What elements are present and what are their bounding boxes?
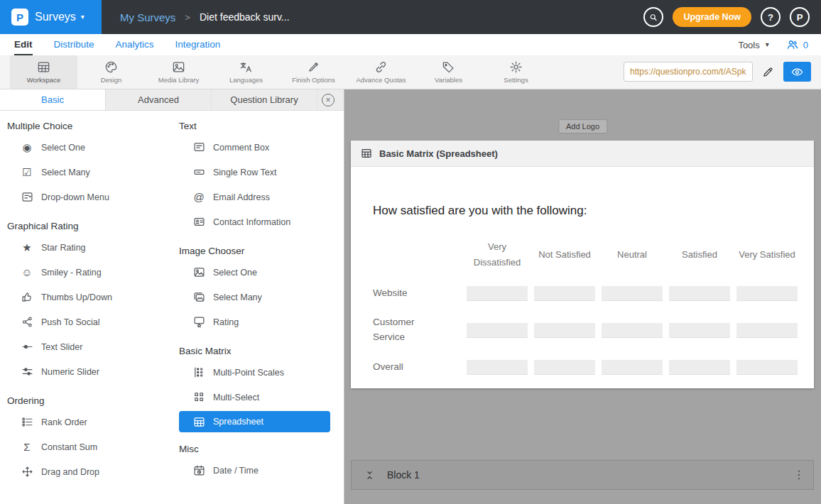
qtype-select-one[interactable]: ◉ Select One [7,135,179,160]
qtype-smiley-rating[interactable]: ☺ Smiley - Rating [7,260,179,285]
panel-tabs: Basic Advanced Question Library × [0,89,344,111]
toolbar-workspace[interactable]: Workspace [10,55,77,89]
dropdown-list-icon [20,190,34,204]
images-stack-icon [192,290,206,305]
matrix-cell[interactable] [669,323,730,338]
matrix-cell[interactable] [736,323,798,338]
upgrade-now-button[interactable]: Upgrade Now [673,7,751,27]
close-panel-button[interactable]: × [322,94,335,106]
qtype-multi-select[interactable]: Multi-Select [179,385,337,410]
matrix-cell[interactable] [534,360,595,375]
qtype-email-address[interactable]: @ Email Address [179,185,337,209]
toolbar-media-library[interactable]: Media Library [145,55,212,89]
toolbar-advance-quotas[interactable]: Advance Quotas [347,55,415,89]
qtype-image-select-many[interactable]: Select Many [179,285,337,309]
panel-tab-basic[interactable]: Basic [0,89,106,110]
qtype-rank-order[interactable]: Rank Order [7,410,179,434]
qtype-numeric-slider[interactable]: Numeric Slider [7,359,179,384]
toolbar-right [624,62,811,82]
qtype-star-rating[interactable]: ★ Star Rating [7,235,179,260]
tab-distribute[interactable]: Distribute [54,34,94,55]
survey-canvas: Add Logo Basic Matrix (Spreadsheet) How … [344,89,821,504]
collaborators-button[interactable]: 0 [786,38,808,51]
toolbar-settings[interactable]: Settings [482,55,550,89]
matrix-cell[interactable] [736,286,798,301]
matrix-cell[interactable] [669,286,730,301]
qtype-dropdown-menu[interactable]: Drop-down Menu [7,185,179,209]
share-icon [20,315,34,329]
qtype-spreadsheet[interactable]: Spreadsheet [179,411,330,432]
section-text: Text [179,121,337,131]
question-card[interactable]: Basic Matrix (Spreadsheet) How satisfied… [351,141,814,388]
qtype-thumbs-up-down[interactable]: Thumbs Up/Down [7,285,179,309]
edit-toolbar: Workspace Design Media Library Languages… [0,55,821,89]
slider-icon [20,340,34,354]
collapse-icon [364,470,375,481]
breadcrumb-separator: > [185,12,190,23]
qtype-date-time[interactable]: Date / Time [179,458,337,483]
tab-analytics[interactable]: Analytics [116,34,154,55]
matrix-cell[interactable] [467,323,528,338]
collapse-block-button[interactable] [364,470,375,481]
calendar-icon [192,464,206,478]
block-bar[interactable]: Block 1 ⋮ [351,460,814,490]
qtype-contact-information[interactable]: Contact Information [179,209,337,234]
breadcrumb-my-surveys[interactable]: My Surveys [120,11,175,23]
product-switcher[interactable]: P Surveys ▾ [0,0,102,34]
add-logo-button[interactable]: Add Logo [558,119,607,133]
qtype-single-row-text[interactable]: Single Row Text [179,160,337,185]
qtype-text-slider[interactable]: Text Slider [7,334,179,359]
panel-tab-question-library[interactable]: Question Library [212,89,317,110]
matrix-cell[interactable] [602,323,663,338]
matrix-cell[interactable] [467,360,528,375]
question-card-header[interactable]: Basic Matrix (Spreadsheet) [351,141,814,167]
edit-url-button[interactable] [762,66,774,78]
toolbar-finish-options[interactable]: Finish Options [280,55,347,89]
matrix-cell[interactable] [669,360,730,375]
question-type-title: Basic Matrix (Spreadsheet) [379,148,498,159]
search-button[interactable] [643,7,663,27]
toolbar-languages[interactable]: Languages [212,55,280,89]
tools-menu[interactable]: Tools [738,40,759,50]
question-text[interactable]: How satisfied are you with the following… [373,204,814,218]
panel-tab-advanced[interactable]: Advanced [106,89,212,110]
image-icon [192,265,206,280]
toolbar-design[interactable]: Design [77,55,145,89]
topbar: P Surveys ▾ My Surveys > Diet feedback s… [0,0,821,34]
tab-integration[interactable]: Integration [175,34,221,55]
palette-icon [104,60,118,74]
tag-icon [442,60,455,74]
matrix-cell[interactable] [534,286,595,301]
search-icon [649,13,658,22]
image-star-icon [192,315,206,329]
image-icon [172,60,185,74]
qtype-comment-box[interactable]: Comment Box [179,135,337,160]
help-button[interactable]: ? [761,7,781,27]
qtype-drag-and-drop[interactable]: Drag and Drop [7,459,179,484]
qtype-image-select-one[interactable]: Select One [179,260,337,285]
qtype-multi-point-scales[interactable]: Multi-Point Scales [179,360,337,385]
move-icon [20,465,34,479]
toolbar-variables[interactable]: Variables [415,55,482,89]
collaborators-count: 0 [803,40,808,50]
preview-button[interactable] [783,62,811,82]
matrix-row-label: Customer Service [373,315,460,345]
product-name: Surveys [35,11,76,23]
matrix-cell[interactable] [467,286,528,301]
thumbs-up-icon [20,290,34,305]
tab-edit[interactable]: Edit [14,34,33,55]
matrix-cell[interactable] [736,360,798,375]
matrix-cell[interactable] [534,323,595,338]
qtype-image-rating[interactable]: Rating [179,309,337,334]
survey-url-input[interactable] [624,62,753,82]
qtype-push-to-social[interactable]: Push To Social [7,309,179,334]
account-avatar[interactable]: P [790,7,810,27]
block-menu-button[interactable]: ⋮ [793,469,805,481]
help-icon: ? [768,12,773,23]
panel-column-1: Multiple Choice ◉ Select One ☑ Select Ma… [7,119,179,504]
block-title: Block 1 [387,469,420,481]
matrix-cell[interactable] [602,286,663,301]
matrix-cell[interactable] [602,360,663,375]
qtype-constant-sum[interactable]: Σ Constant Sum [7,434,179,459]
qtype-select-many[interactable]: ☑ Select Many [7,160,179,185]
